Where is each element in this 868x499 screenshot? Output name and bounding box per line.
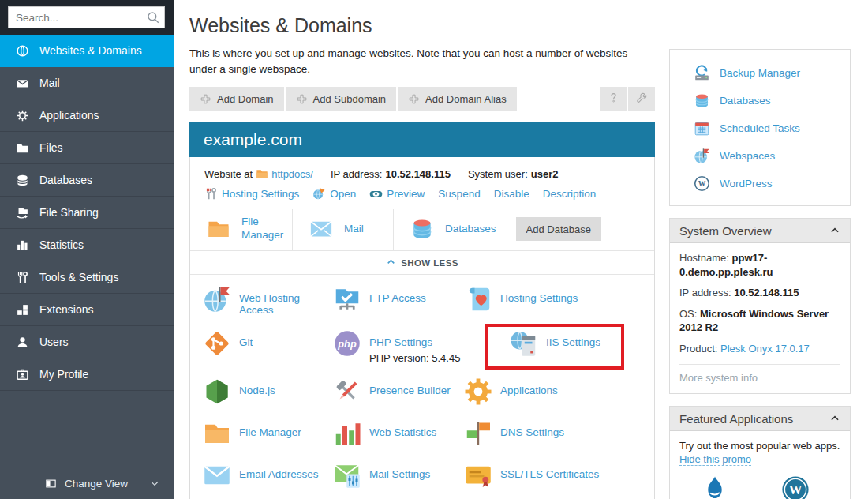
gear-icon — [464, 377, 492, 406]
grid-item-ssl-certificates[interactable]: SSL/TLS Certificates — [464, 461, 654, 499]
hosting-settings-link[interactable]: Hosting Settings — [204, 187, 299, 201]
sidebar-item-file-sharing[interactable]: File Sharing — [0, 197, 174, 229]
plus-icon — [200, 93, 211, 105]
domain-actions: Hosting Settings Open Preview Suspend — [190, 180, 654, 209]
disable-link[interactable]: Disable — [494, 188, 529, 200]
profile-badge-icon — [16, 368, 29, 381]
product-version-link[interactable]: Plesk Onyx 17.0.17 — [720, 343, 810, 355]
main-content: Websites & Domains This is where you set… — [174, 0, 669, 499]
shortcut-wordpress[interactable]: W WordPress — [670, 170, 850, 197]
folder-icon — [256, 167, 268, 180]
show-less-toggle[interactable]: SHOW LESS — [190, 251, 654, 275]
svg-text:W: W — [698, 179, 706, 188]
featured-promo-text: Try out the most popular web apps. — [679, 439, 840, 453]
sidebar-item-users[interactable]: Users — [0, 326, 174, 358]
certificate-icon — [464, 461, 492, 490]
sidebar-item-label: Mail — [39, 77, 60, 89]
grid-item-git[interactable]: Git — [203, 329, 333, 377]
sidebar-nav: Websites & Domains Mail Applications Fil… — [0, 35, 174, 467]
change-view-button[interactable]: Change View — [0, 467, 174, 499]
shortcut-scheduled-tasks[interactable]: Scheduled Tasks — [670, 114, 850, 142]
hide-promo-link[interactable]: Hide this promo — [679, 453, 751, 466]
sidebar-item-files[interactable]: Files — [0, 132, 174, 164]
grid-item-nodejs[interactable]: Node.js — [203, 377, 333, 419]
change-view-icon — [45, 478, 57, 490]
sidebar-item-label: File Sharing — [39, 206, 99, 219]
settings-wrench-button[interactable] — [628, 87, 655, 111]
plus-icon — [296, 93, 308, 105]
featured-app-wordpress[interactable]: W WordPress — [771, 475, 820, 499]
globe-flag-icon — [694, 148, 710, 164]
sidebar-item-tools-settings[interactable]: Tools & Settings — [0, 261, 174, 294]
httpdocs-link[interactable]: httpdocs/ — [271, 168, 313, 180]
shortcut-backup-manager[interactable]: Backup Manager — [670, 59, 850, 87]
grid-item-dns-settings[interactable]: DNS Settings — [464, 419, 654, 461]
hostname-row: Hostname: ppw17-0.demo.pp.plesk.ru — [679, 251, 840, 279]
domain-info-line: Website at httpdocs/ IP address: 10.52.1… — [190, 157, 654, 180]
description-link[interactable]: Description — [543, 188, 597, 200]
grid-item-email-addresses[interactable]: Email Addresses — [203, 461, 333, 499]
pencil-hammer-icon — [333, 377, 361, 406]
envelope-icon — [307, 217, 335, 241]
grid-item-web-hosting-access[interactable]: Web Hosting Access — [203, 285, 333, 329]
sidebar-item-my-profile[interactable]: My Profile — [0, 358, 174, 391]
product-row: Product: Plesk Onyx 17.0.17 — [679, 342, 840, 356]
more-system-info-link[interactable]: More system info — [679, 364, 840, 384]
shortcut-databases[interactable]: Databases — [670, 87, 850, 114]
open-link[interactable]: Open — [312, 187, 356, 201]
sidebar-item-applications[interactable]: Applications — [0, 99, 174, 132]
mail-icon — [16, 77, 29, 90]
sidebar-item-mail[interactable]: Mail — [0, 67, 174, 99]
question-mark-icon — [607, 91, 620, 107]
sidebar-item-label: Databases — [39, 174, 92, 186]
add-database-button[interactable]: Add Database — [516, 217, 601, 241]
tools-icon — [16, 271, 29, 284]
preview-link[interactable]: Preview — [369, 187, 425, 201]
extensions-icon — [16, 303, 29, 317]
grid-item-presence-builder[interactable]: Presence Builder — [333, 377, 464, 419]
folder-icon — [16, 141, 29, 155]
sidebar-item-databases[interactable]: Databases — [0, 164, 174, 197]
mail-tile[interactable]: Mail — [292, 209, 393, 250]
grid-item-web-statistics[interactable]: Web Statistics — [333, 419, 464, 461]
featured-app-drupal[interactable]: Drupal — [700, 475, 730, 499]
globe-icon — [16, 44, 29, 58]
wordpress-icon: W — [780, 475, 810, 499]
sidebar-item-label: Users — [39, 336, 69, 348]
grid-item-mail-settings[interactable]: Mail Settings — [333, 461, 464, 499]
add-domain-alias-button[interactable]: Add Domain Alias — [398, 87, 517, 111]
file-manager-tile[interactable]: File Manager — [190, 209, 292, 250]
sidebar-item-websites-domains[interactable]: Websites & Domains — [0, 35, 174, 67]
help-button[interactable] — [600, 87, 627, 111]
system-user-label: System user: — [468, 168, 528, 180]
search-input[interactable] — [8, 6, 165, 28]
databases-tile: Databases Add Database — [393, 209, 654, 250]
suspend-link[interactable]: Suspend — [438, 188, 480, 200]
databases-link[interactable]: Databases — [445, 223, 496, 236]
bar-chart-icon — [16, 238, 29, 252]
grid-item-php-settings[interactable]: php PHP Settings PHP version: 5.4.45 — [333, 329, 464, 377]
grid-item-file-manager[interactable]: File Manager — [203, 419, 333, 461]
sidebar-item-extensions[interactable]: Extensions — [0, 294, 174, 326]
collapse-caret-icon[interactable] — [829, 413, 840, 424]
grid-item-ftp-access[interactable]: FTP Access — [333, 285, 464, 329]
grid-item-hosting-settings[interactable]: Hosting Settings — [464, 285, 654, 329]
sidebar-item-label: Files — [39, 141, 63, 154]
grid-item-applications[interactable]: Applications — [464, 377, 654, 419]
shortcut-webspaces[interactable]: Webspaces — [670, 142, 850, 170]
database-icon — [694, 92, 710, 109]
collapse-caret-icon[interactable] — [829, 225, 840, 236]
button-label: Add Subdomain — [313, 93, 387, 105]
add-domain-button[interactable]: Add Domain — [189, 87, 284, 111]
system-overview-title: System Overview — [679, 224, 772, 238]
grid-item-iis-settings[interactable]: IIS Settings — [464, 329, 654, 377]
system-overview-panel: System Overview Hostname: ppw17-0.demo.p… — [669, 218, 851, 394]
sidebar-item-statistics[interactable]: Statistics — [0, 229, 174, 261]
domain-card-title: example.com — [189, 122, 655, 157]
search-icon[interactable] — [146, 10, 160, 24]
add-subdomain-button[interactable]: Add Subdomain — [286, 87, 397, 111]
featured-applications-title: Featured Applications — [679, 412, 793, 426]
sidebar-item-label: Statistics — [39, 238, 84, 251]
ftp-folder-icon — [333, 285, 361, 313]
website-at-label: Website at — [204, 168, 253, 180]
